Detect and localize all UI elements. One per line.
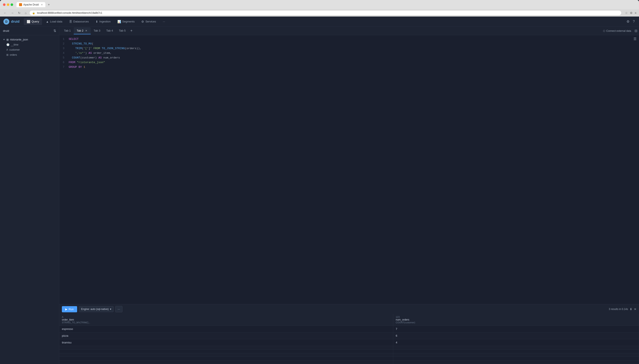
table-icon: ▦	[6, 38, 9, 41]
tab-bar: Tab 1 Tab 2 ✕ Tab 3 Tab 4 Tab 5 +	[59, 27, 639, 35]
table-row	[59, 346, 639, 350]
security-icon: 🔒	[32, 12, 35, 14]
collapse-panel-button[interactable]: ⊟	[634, 29, 637, 33]
editor-menu-button[interactable]: ☰	[634, 37, 636, 41]
services-icon: ⚙	[141, 20, 144, 23]
browser-forward-button[interactable]: →	[10, 11, 15, 15]
sidebar-header: druid ⇅	[0, 27, 59, 35]
results-count-text: 3 results in 0.14s	[609, 308, 628, 310]
tree-item-datasource[interactable]: ▼ ▦ ristorante_json	[0, 37, 59, 42]
more-options-button[interactable]: ···	[115, 306, 122, 312]
run-label: Run	[69, 308, 74, 311]
nav-item-ingestion-label: Ingestion	[99, 20, 110, 23]
col-header-order-item: A order_item STRING_TO_MV(TRIM('[...	[59, 314, 393, 326]
tab-4[interactable]: Tab 4	[103, 27, 116, 34]
main-content: druid ⇅ ▼ ▦ ristorante_json 🕐 __time A c…	[0, 27, 639, 364]
bottom-panel: ▶ Run Engine: auto (sql-native) ▾ ··· 3 …	[59, 304, 639, 364]
tab-5[interactable]: Tab 5	[116, 27, 128, 34]
code-line-1: SELECT	[69, 37, 637, 42]
nav-item-query[interactable]: ⬜ Query	[24, 18, 42, 25]
address-bar[interactable]: 🔒 localhost:8888/unified-console.html#wo…	[30, 10, 621, 15]
tree-item-time[interactable]: 🕐 __time	[0, 42, 59, 47]
menu-icon[interactable]: ≡	[635, 11, 636, 14]
close-results-button[interactable]: ✕	[634, 308, 636, 311]
new-browser-tab-button[interactable]: +	[48, 3, 50, 6]
nav-item-loaddata-label: Load data	[50, 20, 62, 23]
col-type-num-orders: 123	[396, 316, 636, 318]
browser-back-button[interactable]: ←	[2, 11, 8, 15]
column-time-name: __time	[11, 43, 18, 46]
tree-item-customer[interactable]: A customer	[0, 47, 59, 52]
minimize-window-btn[interactable]	[7, 4, 9, 6]
nav-item-segments-label: Segments	[122, 20, 135, 23]
nav-item-more-label: ···	[163, 20, 165, 23]
nav-item-ingestion[interactable]: ⬇ Ingestion	[92, 18, 114, 25]
tab-1-label: Tab 1	[64, 29, 71, 32]
logo-icon: D	[4, 19, 9, 24]
datasources-icon: 🗄	[69, 20, 72, 23]
tab-3[interactable]: Tab 3	[91, 27, 104, 34]
browser-home-button[interactable]: ⌂	[24, 11, 28, 15]
browser-tab-title: Apache Druid	[23, 3, 39, 6]
cell-order-item: tiramisu	[59, 339, 393, 346]
settings-button[interactable]: ⚙	[626, 19, 630, 24]
engine-chevron-icon: ▾	[110, 308, 111, 310]
tab-bar-right: ⬡ Connect external data ⊟	[601, 28, 637, 33]
extensions-icon[interactable]: ⚙	[630, 11, 633, 14]
time-icon: 🕐	[6, 43, 10, 46]
help-button[interactable]: ?	[632, 19, 636, 24]
query-toolbar: ▶ Run Engine: auto (sql-native) ▾ ··· 3 …	[59, 304, 639, 314]
url-text: localhost:8888/unified-console.html#work…	[37, 12, 102, 14]
nav-item-datasources[interactable]: 🗄 Datasources	[66, 18, 92, 25]
cell-order-item	[59, 346, 393, 350]
col-name-num-orders: num_orders	[396, 318, 409, 321]
tab-2-close-button[interactable]: ✕	[85, 29, 88, 32]
cell-order-item	[59, 357, 393, 360]
cell-num-orders	[393, 353, 639, 357]
table-header-row: A order_item STRING_TO_MV(TRIM('[... 123…	[59, 314, 639, 326]
cell-num-orders	[393, 357, 639, 360]
nav-items: ⬜ Query ▲ Load data 🗄 Datasources ⬇ Inge…	[24, 18, 168, 25]
tree-item-orders[interactable]: ⊞ orders	[0, 52, 59, 58]
code-line-7: GROUP BY 1	[69, 65, 637, 70]
new-tab-button[interactable]: +	[128, 28, 134, 33]
cell-num-orders: 7	[393, 326, 639, 332]
expand-icon: ▼	[3, 38, 5, 41]
browser-tab-druid[interactable]: Apache Druid ✕	[16, 2, 45, 7]
cell-num-orders: 4	[393, 339, 639, 346]
cell-num-orders: 6	[393, 332, 639, 339]
code-lines: 1 2 3 4 5 6 7 SELECT STRING_TO_MV( TRIM(…	[59, 35, 639, 71]
close-window-btn[interactable]	[3, 4, 6, 6]
browser-addressbar: ← → ↻ ⌂ 🔒 localhost:8888/unified-console…	[0, 9, 639, 16]
browser-titlebar: Apache Druid ✕ +	[0, 0, 639, 9]
run-button[interactable]: ▶ Run	[62, 306, 77, 312]
tab-2[interactable]: Tab 2 ✕	[74, 27, 91, 34]
bookmark-icon[interactable]: ☆	[625, 11, 628, 14]
browser-tab-close-icon[interactable]: ✕	[41, 4, 43, 6]
col-subtext-num-orders: COUNT(customer)	[396, 321, 636, 324]
nav-item-loaddata[interactable]: ▲ Load data	[43, 18, 65, 25]
nav-right: ⚙ ?	[626, 19, 636, 24]
nav-item-services[interactable]: ⚙ Services	[138, 18, 159, 25]
app-container: D druid ⬜ Query ▲ Load data 🗄 Datasource…	[0, 16, 639, 364]
table-row: pizza6	[59, 332, 639, 339]
table-row: espresso7	[59, 326, 639, 332]
nav-item-segments[interactable]: 📊 Segments	[114, 18, 138, 25]
browser-reload-button[interactable]: ↻	[17, 11, 22, 15]
cell-num-orders	[393, 360, 639, 364]
code-editor[interactable]: 1 2 3 4 5 6 7 SELECT STRING_TO_MV( TRIM(…	[59, 35, 639, 304]
code-content[interactable]: SELECT STRING_TO_MV( TRIM('[']' FROM TO_…	[67, 37, 639, 70]
engine-selector[interactable]: Engine: auto (sql-native) ▾	[79, 306, 114, 312]
line-numbers: 1 2 3 4 5 6 7	[59, 37, 67, 70]
tab-2-label: Tab 2	[77, 29, 84, 32]
sidebar-sort-button[interactable]: ⇅	[54, 29, 56, 33]
tab-1[interactable]: Tab 1	[61, 27, 74, 34]
browser-toolbar-icons: ☆ ⚙ ≡	[625, 11, 636, 14]
nav-item-more[interactable]: ···	[160, 18, 168, 25]
sidebar-title: druid	[3, 29, 9, 32]
maximize-window-btn[interactable]	[10, 4, 13, 6]
connect-external-button[interactable]: ⬡ Connect external data	[601, 28, 633, 33]
complex-icon: ⊞	[6, 54, 8, 56]
loaddata-icon: ▲	[46, 20, 49, 23]
download-results-button[interactable]: ⬇	[630, 308, 632, 311]
